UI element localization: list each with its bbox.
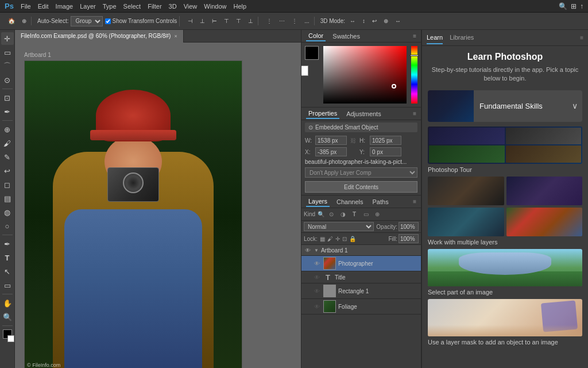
tutorial-card-selection[interactable]: Select part of an image bbox=[428, 249, 582, 296]
foliage-visibility[interactable]: 👁 bbox=[313, 302, 321, 310]
align-btn-6[interactable]: ⊥ bbox=[246, 17, 256, 25]
menu-select[interactable]: Select bbox=[123, 3, 141, 10]
title-visibility[interactable]: 👁 bbox=[313, 273, 321, 281]
3d-btn-1[interactable]: ↔ bbox=[347, 17, 358, 25]
edit-contents-button[interactable]: Edit Contents bbox=[305, 181, 417, 193]
menu-help[interactable]: Help bbox=[233, 3, 246, 10]
right-panel-menu[interactable]: ≡ bbox=[580, 34, 583, 41]
background-swatch[interactable] bbox=[301, 66, 308, 76]
align-btn-5[interactable]: ⊤ bbox=[234, 17, 243, 25]
align-btn-3[interactable]: ⊢ bbox=[210, 17, 219, 25]
layer-row-foliage[interactable]: 👁 Foliage bbox=[301, 299, 421, 315]
lasso-tool[interactable]: ⌒ bbox=[1, 60, 14, 72]
tab-close-button[interactable]: × bbox=[174, 33, 177, 39]
tab-adjustments[interactable]: Adjustments bbox=[344, 109, 384, 118]
eraser-tool[interactable]: ◻ bbox=[1, 178, 14, 191]
photographer-visibility[interactable]: 👁 bbox=[313, 259, 321, 267]
width-input[interactable] bbox=[315, 136, 347, 145]
auto-select-dropdown[interactable]: Group Layer bbox=[71, 16, 103, 26]
menu-window[interactable]: Window bbox=[204, 3, 226, 10]
height-input[interactable] bbox=[370, 136, 401, 145]
filter-pixel-btn[interactable]: ⊙ bbox=[327, 210, 336, 219]
layer-row-title[interactable]: 👁 T Title bbox=[301, 271, 421, 283]
filter-smart-btn[interactable]: ⊕ bbox=[373, 210, 382, 219]
menu-image[interactable]: Image bbox=[56, 3, 74, 10]
lock-image-btn[interactable]: 🖌 bbox=[327, 236, 333, 242]
brush-tool[interactable]: 🖌 bbox=[1, 137, 14, 150]
color-picker-handle[interactable] bbox=[392, 84, 396, 89]
x-input[interactable] bbox=[315, 147, 347, 156]
canvas-image-wrapper[interactable]: © FileInfo.com bbox=[24, 60, 242, 368]
menu-filter[interactable]: Filter bbox=[148, 3, 161, 10]
pen-tool[interactable]: ✒ bbox=[1, 237, 14, 250]
layer-row-photographer[interactable]: 👁 Photographer bbox=[301, 256, 421, 271]
background-color[interactable] bbox=[7, 335, 14, 342]
color-gradient-picker[interactable] bbox=[323, 46, 407, 103]
shape-tool[interactable]: ▭ bbox=[1, 279, 14, 292]
healing-tool[interactable]: ⊕ bbox=[1, 123, 14, 136]
color-panel-menu[interactable]: ≡ bbox=[413, 33, 416, 39]
filter-shape-btn[interactable]: ▭ bbox=[361, 210, 370, 219]
layer-comp-select[interactable]: Don't Apply Layer Comp bbox=[305, 167, 417, 178]
tab-channels[interactable]: Channels bbox=[334, 197, 365, 206]
tab-libraries[interactable]: Libraries bbox=[450, 32, 474, 44]
gradient-tool[interactable]: ▤ bbox=[1, 192, 14, 205]
align-btn-4[interactable]: ⊤ bbox=[222, 17, 231, 25]
align-btn-2[interactable]: ⊥ bbox=[198, 17, 207, 25]
search-icon[interactable]: 🔍 bbox=[559, 2, 567, 10]
3d-btn-2[interactable]: ↕ bbox=[360, 17, 368, 25]
hand-tool[interactable]: ✋ bbox=[1, 297, 14, 309]
opacity-input[interactable] bbox=[399, 222, 419, 231]
tab-color[interactable]: Color bbox=[306, 31, 326, 41]
type-tool[interactable]: T bbox=[1, 251, 14, 264]
tab-learn[interactable]: Learn bbox=[427, 32, 443, 44]
tab-swatches[interactable]: Swatches bbox=[330, 32, 362, 41]
lock-artboard-btn[interactable]: ⊡ bbox=[342, 236, 347, 242]
fundamental-skills-section[interactable]: Fundamental Skills ∨ bbox=[428, 90, 582, 122]
dist-btn-1[interactable]: ⋮ bbox=[264, 17, 274, 25]
move-tool[interactable]: ✛ bbox=[1, 32, 14, 45]
history-tool[interactable]: ↩ bbox=[1, 164, 14, 177]
menu-file[interactable]: File bbox=[21, 3, 31, 10]
filter-type-btn[interactable]: T bbox=[350, 210, 359, 219]
menu-3d[interactable]: 3D bbox=[169, 3, 177, 10]
crop-tool[interactable]: ⊡ bbox=[1, 91, 14, 104]
align-btn-1[interactable]: ⊣ bbox=[185, 17, 195, 25]
fill-input[interactable] bbox=[399, 234, 419, 243]
menu-view[interactable]: View bbox=[184, 3, 198, 10]
zoom-tool[interactable]: 🔍 bbox=[1, 310, 14, 323]
quick-select-tool[interactable]: ⊙ bbox=[1, 74, 14, 86]
tutorial-card-layers[interactable]: Work with multiple layers bbox=[428, 177, 582, 246]
dist-btn-2[interactable]: ⋯ bbox=[277, 17, 287, 25]
y-input[interactable] bbox=[370, 147, 401, 156]
artboard-expand-arrow[interactable]: ▼ bbox=[314, 248, 319, 253]
layer-row-rectangle[interactable]: 👁 Rectangle 1 bbox=[301, 283, 421, 299]
menu-layer[interactable]: Layer bbox=[80, 3, 96, 10]
home-button[interactable]: 🏠 bbox=[6, 17, 17, 25]
dist-btn-3[interactable]: ⋮ bbox=[289, 17, 300, 25]
properties-panel-menu[interactable]: ≡ bbox=[413, 110, 416, 117]
canvas-image[interactable]: © FileInfo.com bbox=[24, 60, 242, 368]
artboard-visibility-toggle[interactable]: 👁 bbox=[304, 246, 312, 254]
lock-transparent-btn[interactable]: ▦ bbox=[320, 236, 325, 242]
rectangle-visibility[interactable]: 👁 bbox=[313, 287, 321, 295]
transform-checkbox[interactable] bbox=[105, 18, 111, 24]
lock-all-btn[interactable]: 🔒 bbox=[349, 236, 356, 242]
blur-tool[interactable]: ◍ bbox=[1, 206, 14, 218]
active-tab[interactable]: FileInfo.com Example.psd @ 60% (Photogra… bbox=[15, 30, 184, 43]
tab-properties[interactable]: Properties bbox=[306, 109, 339, 119]
menu-type[interactable]: Type bbox=[103, 3, 117, 10]
layers-panel-menu[interactable]: ≡ bbox=[413, 198, 416, 205]
blend-mode-select[interactable]: Normal bbox=[304, 222, 374, 231]
tab-paths[interactable]: Paths bbox=[370, 197, 391, 206]
tutorial-card-photoshop-tour[interactable]: Photoshop Tour bbox=[428, 126, 582, 173]
link-icon[interactable]: ⛓ bbox=[349, 137, 357, 144]
eyedropper-tool[interactable]: ✒ bbox=[1, 105, 14, 118]
more-button[interactable]: ... bbox=[302, 17, 311, 25]
filter-adj-btn[interactable]: ◑ bbox=[338, 210, 347, 219]
path-select-tool[interactable]: ↖ bbox=[1, 265, 14, 278]
clone-tool[interactable]: ✎ bbox=[1, 151, 14, 163]
dodge-tool[interactable]: ○ bbox=[1, 220, 14, 232]
menu-edit[interactable]: Edit bbox=[38, 3, 49, 10]
selection-tool[interactable]: ▭ bbox=[1, 46, 14, 59]
